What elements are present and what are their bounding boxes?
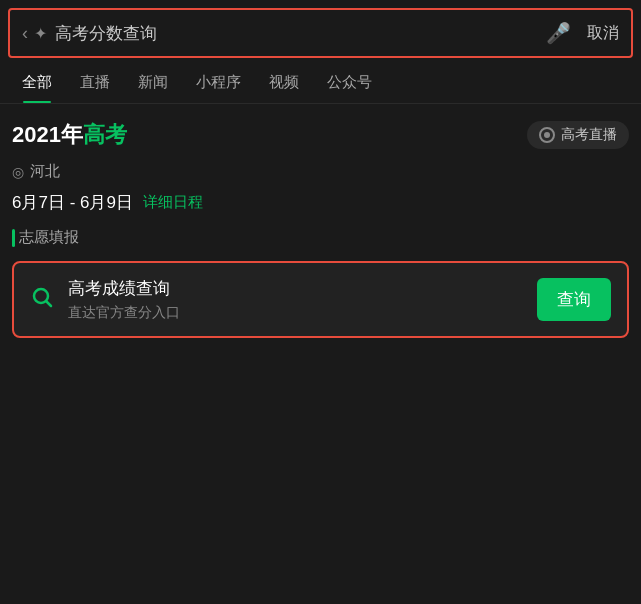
gaokao-volunteer-row: 志愿填报 [12,228,629,247]
score-search-icon [30,285,54,315]
score-query-box: 高考成绩查询 直达官方查分入口 查询 [12,261,629,338]
search-decorative-icon: ✦ [34,24,47,43]
cancel-button[interactable]: 取消 [587,23,619,44]
gaokao-date-range: 6月7日 - 6月9日 [12,191,133,214]
location-icon: ◎ [12,164,24,180]
score-query-button[interactable]: 查询 [537,278,611,321]
tab-live[interactable]: 直播 [66,63,124,102]
tab-all[interactable]: 全部 [8,63,66,102]
score-query-subtitle: 直达官方查分入口 [68,304,537,322]
gaokao-title: 2021年高考 [12,120,127,150]
tab-video[interactable]: 视频 [255,63,313,102]
tab-bar: 全部 直播 新闻 小程序 视频 公众号 [0,62,641,104]
main-content: 2021年高考 高考直播 ◎ 河北 6月7日 - 6月9日 详细日程 志愿填报 [0,104,641,338]
live-dot-icon [539,127,555,143]
live-label: 高考直播 [561,126,617,144]
gaokao-info-card: 2021年高考 高考直播 ◎ 河北 6月7日 - 6月9日 详细日程 志愿填报 [12,120,629,338]
gaokao-live-button[interactable]: 高考直播 [527,121,629,149]
gaokao-location: 河北 [30,162,60,181]
tab-news[interactable]: 新闻 [124,63,182,102]
gaokao-location-row: ◎ 河北 [12,162,629,181]
svg-line-1 [47,301,52,306]
gaokao-detail-schedule-link[interactable]: 详细日程 [143,193,203,212]
score-query-title: 高考成绩查询 [68,277,537,300]
search-query-text[interactable]: 高考分数查询 [55,22,546,45]
microphone-icon[interactable]: 🎤 [546,21,571,45]
gaokao-title-row: 2021年高考 高考直播 [12,120,629,150]
tab-miniapp[interactable]: 小程序 [182,63,255,102]
back-icon[interactable]: ‹ [22,23,28,44]
score-query-text-block: 高考成绩查询 直达官方查分入口 [68,277,537,322]
volunteer-divider [12,229,15,247]
gaokao-date-row: 6月7日 - 6月9日 详细日程 [12,191,629,214]
gaokao-volunteer-label: 志愿填报 [19,228,79,247]
tab-official-account[interactable]: 公众号 [313,63,386,102]
search-header: ‹ ✦ 高考分数查询 🎤 取消 [8,8,633,58]
